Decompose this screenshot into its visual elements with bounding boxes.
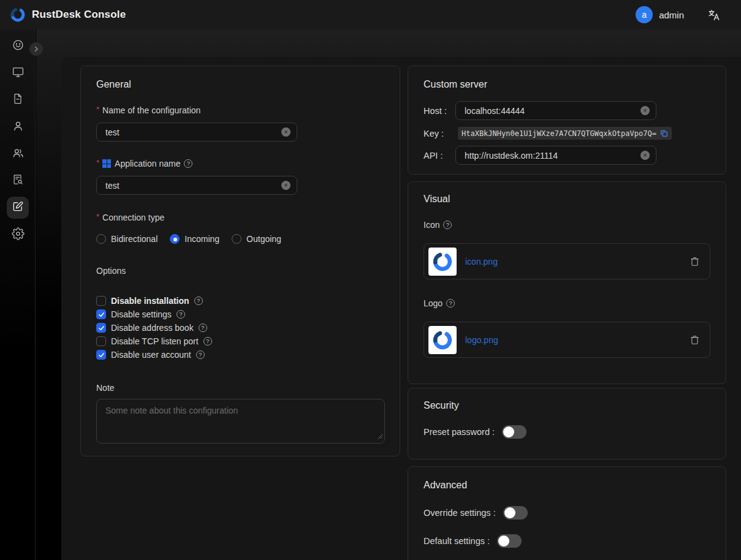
note-textarea[interactable] — [96, 399, 385, 444]
sidebar-item-home[interactable] — [7, 35, 29, 57]
advanced-card: Advanced Override settings : Default set… — [408, 466, 726, 560]
option-disable-settings[interactable]: Disable settings ? — [96, 308, 384, 321]
connection-type-label: * Connection type — [96, 213, 384, 222]
document-search-icon — [12, 173, 24, 188]
logo-file-row: logo.png — [424, 322, 710, 358]
sidebar-expand-button[interactable] — [29, 42, 43, 56]
app-header: RustDesk Console a admin — [0, 0, 741, 29]
sidebar-item-logs[interactable] — [7, 89, 29, 111]
advanced-title: Advanced — [424, 479, 710, 491]
sidebar-item-configurations[interactable] — [7, 197, 29, 219]
options-label: Options — [96, 266, 384, 276]
logo-label: Logo ? — [424, 298, 710, 308]
icon-thumbnail — [428, 248, 457, 276]
edit-square-icon — [12, 200, 24, 215]
sidebar-item-devices[interactable] — [7, 62, 29, 84]
sidebar-item-users[interactable] — [7, 116, 29, 138]
help-icon[interactable]: ? — [199, 324, 207, 332]
options-list: Disable installation ? Disable settings … — [96, 294, 384, 361]
sidebar — [0, 29, 36, 560]
security-title: Security — [424, 399, 710, 412]
key-label: Key : — [424, 129, 455, 138]
clear-icon[interactable]: × — [281, 127, 291, 137]
avatar[interactable]: a — [636, 6, 653, 23]
checkbox — [96, 323, 106, 333]
option-disable-user-account[interactable]: Disable user account ? — [96, 348, 384, 361]
help-icon[interactable]: ? — [184, 159, 192, 168]
config-name-input[interactable] — [96, 123, 297, 142]
app-title: RustDesk Console — [32, 9, 126, 21]
checkbox — [96, 350, 106, 360]
radio-circle — [232, 234, 241, 244]
trash-icon[interactable] — [690, 335, 700, 345]
preset-password-toggle[interactable] — [502, 425, 526, 439]
override-settings-label: Override settings : — [424, 508, 496, 518]
rustdesk-logo-icon — [10, 7, 26, 23]
icon-label: Icon ? — [424, 220, 710, 230]
checkbox — [96, 309, 106, 319]
main-panel: General * Name of the configuration × * … — [61, 57, 741, 560]
help-icon[interactable]: ? — [196, 350, 205, 359]
required-mark: * — [96, 212, 99, 221]
monitor-icon — [12, 66, 25, 81]
help-icon[interactable]: ? — [194, 297, 203, 305]
user-group-icon — [12, 146, 25, 162]
trash-icon[interactable] — [690, 256, 700, 267]
checkbox — [96, 336, 106, 346]
general-card: General * Name of the configuration × * … — [80, 66, 400, 456]
note-label: Note — [96, 383, 384, 393]
help-icon[interactable]: ? — [203, 337, 212, 346]
clear-icon[interactable]: × — [281, 181, 291, 190]
help-icon[interactable]: ? — [177, 310, 185, 319]
host-label: Host : — [424, 106, 455, 116]
copy-icon[interactable] — [660, 129, 668, 137]
preset-password-label: Preset password : — [424, 427, 495, 437]
help-icon[interactable]: ? — [443, 221, 452, 229]
server-key-value: HtaXBkJNHyn0e1U1jWXze7A7CN7QTGWqxkOtpaVp… — [458, 127, 672, 140]
brand: RustDesk Console — [10, 7, 126, 23]
api-input[interactable] — [455, 146, 656, 165]
host-input[interactable] — [455, 101, 656, 120]
app-name-input[interactable] — [96, 176, 297, 195]
general-title: General — [96, 78, 384, 91]
checkbox — [96, 296, 106, 306]
help-icon[interactable]: ? — [446, 299, 455, 308]
translate-icon[interactable] — [707, 9, 720, 21]
sidebar-item-settings[interactable] — [7, 224, 29, 246]
config-name-label: * Name of the configuration — [96, 105, 384, 115]
visual-title: Visual — [424, 193, 710, 205]
radio-outgoing[interactable]: Outgoing — [232, 234, 281, 244]
option-disable-address-book[interactable]: Disable address book ? — [96, 321, 384, 335]
username[interactable]: admin — [659, 10, 684, 20]
radio-bidirectional[interactable]: Bidirectional — [96, 234, 158, 244]
connection-type-radios: Bidirectional Incoming Outgoing — [96, 234, 384, 244]
required-mark: * — [96, 158, 99, 167]
sidebar-item-audit[interactable] — [7, 170, 29, 192]
radio-circle — [96, 234, 106, 244]
option-disable-tcp-listen-port[interactable]: Disable TCP listen port ? — [96, 335, 384, 348]
required-mark: * — [96, 105, 99, 114]
custom-server-title: Custom server — [424, 78, 710, 91]
default-settings-label: Default settings : — [424, 536, 490, 546]
app-name-label: * Application name ? — [96, 159, 384, 168]
resize-handle-icon[interactable] — [378, 431, 383, 442]
logo-file-link[interactable]: logo.png — [465, 335, 498, 345]
override-settings-toggle[interactable] — [503, 506, 528, 520]
smiley-icon — [12, 39, 25, 54]
windows-icon — [102, 159, 111, 168]
api-label: API : — [424, 151, 455, 161]
document-icon — [12, 93, 24, 107]
option-disable-installation[interactable]: Disable installation ? — [96, 294, 384, 308]
default-settings-toggle[interactable] — [497, 534, 522, 548]
radio-circle — [170, 234, 180, 244]
chevron-right-icon — [32, 45, 40, 53]
clear-icon[interactable]: × — [640, 151, 650, 160]
icon-file-link[interactable]: icon.png — [465, 257, 498, 267]
radio-incoming[interactable]: Incoming — [170, 234, 219, 244]
clear-icon[interactable]: × — [640, 106, 650, 115]
logo-thumbnail — [428, 326, 457, 354]
visual-card: Visual Icon ? icon.png Logo ? — [408, 181, 726, 384]
gear-icon — [12, 227, 25, 243]
sidebar-item-groups[interactable] — [7, 143, 29, 165]
custom-server-card: Custom server Host : × Key : HtaXBkJNHyn… — [408, 66, 726, 175]
